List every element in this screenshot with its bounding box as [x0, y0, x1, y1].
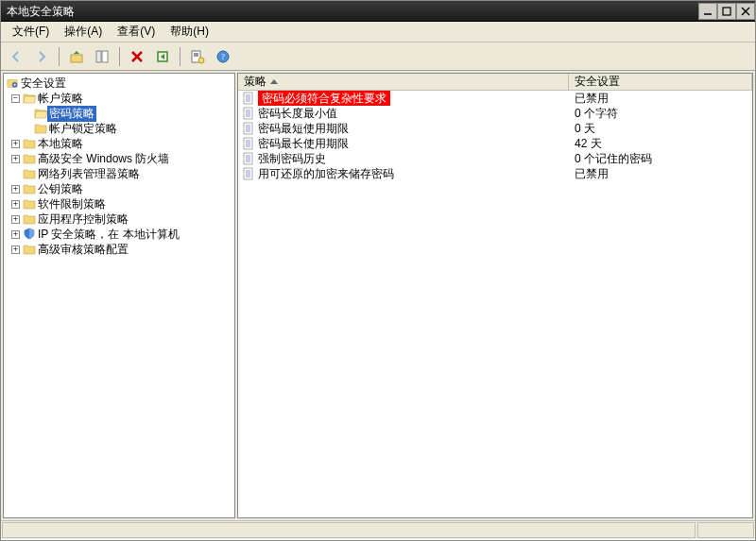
list-header: 策略 安全设置 — [238, 74, 752, 91]
collapse-icon[interactable]: − — [11, 94, 20, 103]
tree-password-policy[interactable]: 密码策略 — [6, 106, 232, 121]
folder-icon — [23, 138, 36, 149]
tree-label: IP 安全策略，在 本地计算机 — [36, 227, 181, 243]
folder-icon — [23, 198, 36, 210]
cell-security: 已禁用 — [569, 166, 609, 182]
separator — [180, 47, 180, 66]
policy-icon — [242, 137, 255, 150]
cell-policy: 用可还原的加密来储存密码 — [238, 166, 569, 182]
list-row[interactable]: 密码必须符合复杂性要求已禁用 — [238, 91, 752, 106]
policy-text: 密码最短使用期限 — [258, 121, 349, 137]
titlebar: 本地安全策略 — [1, 1, 755, 22]
statusbar — [1, 520, 755, 539]
cell-policy: 密码必须符合复杂性要求 — [238, 91, 569, 106]
menu-help[interactable]: 帮助(H) — [163, 22, 216, 42]
properties-button[interactable] — [186, 45, 209, 68]
folder-open-icon — [23, 93, 36, 104]
menu-view[interactable]: 查看(V) — [110, 22, 163, 42]
tree-label: 应用程序控制策略 — [36, 211, 130, 228]
window-title: 本地安全策略 — [7, 1, 75, 22]
list-row[interactable]: 强制密码历史0 个记住的密码 — [238, 151, 752, 166]
cell-security: 已禁用 — [569, 91, 609, 107]
expand-icon[interactable]: + — [11, 155, 20, 163]
expand-icon[interactable]: + — [11, 140, 20, 148]
folder-icon — [23, 213, 36, 225]
tree-software-restrict[interactable]: + 软件限制策略 — [6, 196, 232, 211]
expand-icon[interactable]: + — [11, 200, 20, 209]
tree-local-policy[interactable]: + 本地策略 — [6, 136, 232, 151]
policy-text: 密码最长使用期限 — [258, 136, 349, 152]
cell-policy: 强制密码历史 — [238, 151, 569, 167]
svg-rect-12 — [71, 55, 82, 62]
main-area: 安全设置 − 帐户策略 密码策略 帐户锁定策略 + 本地策略 + — [1, 71, 755, 520]
export-button[interactable] — [151, 45, 174, 68]
tree-public-key[interactable]: + 公钥策略 — [6, 181, 232, 196]
cell-security: 0 个字符 — [569, 106, 618, 122]
expand-icon[interactable]: + — [11, 185, 20, 194]
separator — [119, 47, 120, 66]
tree-label: 帐户锁定策略 — [47, 121, 119, 137]
delete-button[interactable] — [126, 45, 148, 68]
list-row[interactable]: 密码长度最小值0 个字符 — [238, 106, 752, 121]
policy-icon — [242, 122, 255, 135]
list-rows[interactable]: 密码必须符合复杂性要求已禁用密码长度最小值0 个字符密码最短使用期限0 天密码最… — [238, 91, 752, 517]
policy-icon — [242, 167, 255, 180]
status-pane — [2, 522, 696, 538]
up-button[interactable] — [65, 45, 88, 68]
cell-policy: 密码长度最小值 — [238, 106, 569, 122]
svg-rect-9 — [723, 8, 730, 15]
help-button[interactable]: ? — [212, 45, 234, 68]
cell-security: 42 天 — [569, 136, 602, 152]
cell-policy: 密码最短使用期限 — [238, 121, 569, 137]
tree-label: 高级安全 Windows 防火墙 — [36, 151, 171, 167]
tree-network-list[interactable]: 网络列表管理器策略 — [6, 166, 232, 181]
policy-icon — [242, 107, 255, 120]
folder-icon — [34, 123, 47, 134]
tree-audit-config[interactable]: + 高级审核策略配置 — [6, 242, 232, 257]
tree-label: 帐户策略 — [36, 91, 85, 107]
menu-action[interactable]: 操作(A) — [57, 22, 110, 42]
back-button[interactable] — [5, 45, 27, 68]
show-hide-tree-button[interactable] — [91, 45, 113, 68]
minimize-button[interactable] — [698, 3, 717, 20]
list-row[interactable]: 密码最长使用期限42 天 — [238, 136, 752, 151]
list-row[interactable]: 用可还原的加密来储存密码已禁用 — [238, 166, 752, 181]
list-row[interactable]: 密码最短使用期限0 天 — [238, 121, 752, 136]
policy-icon — [242, 92, 255, 105]
tree-ipsec[interactable]: + IP 安全策略，在 本地计算机 — [6, 227, 232, 242]
forward-button[interactable] — [30, 45, 53, 68]
tree-account-policy[interactable]: − 帐户策略 — [6, 91, 232, 106]
tree-lockout-policy[interactable]: 帐户锁定策略 — [6, 121, 232, 136]
security-settings-icon — [6, 77, 19, 89]
folder-icon — [23, 168, 36, 179]
tree-panel[interactable]: 安全设置 − 帐户策略 密码策略 帐户锁定策略 + 本地策略 + — [3, 73, 235, 518]
menu-file[interactable]: 文件(F) — [5, 22, 57, 42]
tree-app-control[interactable]: + 应用程序控制策略 — [6, 211, 232, 227]
close-button[interactable] — [736, 3, 755, 20]
column-header-security[interactable]: 安全设置 — [569, 74, 752, 90]
column-label: 安全设置 — [575, 74, 620, 90]
separator — [59, 47, 60, 66]
column-header-policy[interactable]: 策略 — [238, 74, 569, 90]
expand-icon[interactable]: + — [11, 215, 20, 224]
policy-icon — [242, 152, 255, 165]
expand-icon[interactable]: + — [11, 230, 20, 239]
menubar: 文件(F) 操作(A) 查看(V) 帮助(H) — [1, 22, 755, 42]
folder-icon — [23, 183, 36, 194]
expand-icon[interactable]: + — [11, 245, 20, 254]
tree-label-selected: 密码策略 — [47, 106, 96, 122]
policy-text: 密码必须符合复杂性要求 — [258, 91, 390, 106]
maximize-button[interactable] — [717, 3, 736, 20]
folder-icon — [23, 153, 36, 164]
policy-text: 密码长度最小值 — [258, 106, 337, 122]
folder-open-icon — [34, 108, 47, 119]
tree-label: 软件限制策略 — [36, 196, 108, 212]
tree-firewall[interactable]: + 高级安全 Windows 防火墙 — [6, 151, 232, 166]
svg-rect-14 — [102, 51, 108, 62]
cell-security: 0 天 — [569, 121, 595, 137]
svg-text:?: ? — [221, 52, 225, 61]
folder-icon — [23, 244, 36, 255]
tree-root[interactable]: 安全设置 — [6, 76, 232, 91]
tree-label: 高级审核策略配置 — [36, 242, 130, 258]
sort-asc-icon — [270, 79, 278, 84]
